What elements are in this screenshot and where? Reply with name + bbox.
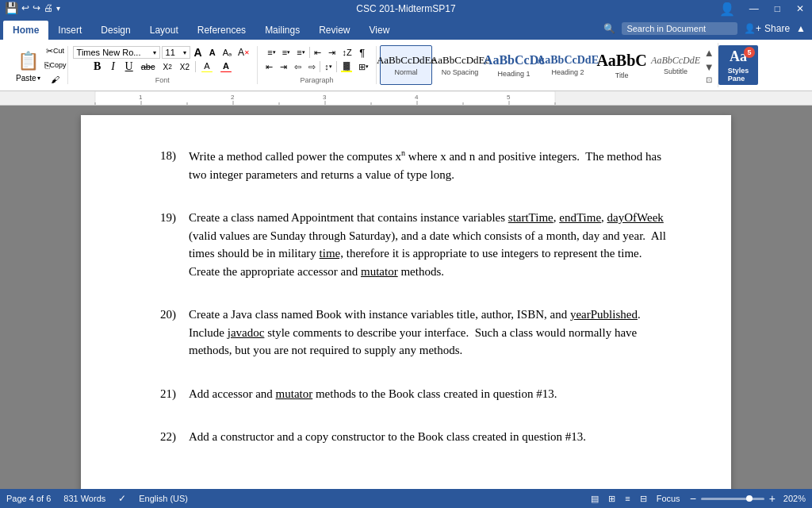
- clear-format-button[interactable]: A✕: [236, 46, 252, 59]
- style-normal[interactable]: AaBbCcDdEe Normal: [380, 45, 432, 85]
- superscript-button[interactable]: X2: [178, 60, 192, 73]
- maximize-btn[interactable]: □: [767, 0, 788, 17]
- zoom-plus-btn[interactable]: +: [769, 492, 776, 495]
- spelling-check-icon[interactable]: ✓: [118, 493, 126, 495]
- ribbon-collapse-btn[interactable]: ▲: [796, 23, 806, 34]
- svg-text:5: 5: [507, 94, 511, 101]
- question-19: 19) Create a class named Appointment tha…: [144, 209, 668, 280]
- font-name-selector[interactable]: Times New Ro... ▾: [73, 46, 160, 59]
- question-number-19: 19): [144, 209, 176, 280]
- save-icon[interactable]: 💾: [5, 2, 18, 14]
- layout-icon-4[interactable]: ⊟: [640, 494, 647, 495]
- paste-label: Paste: [16, 74, 36, 83]
- user-icon[interactable]: 👤: [713, 0, 741, 17]
- language[interactable]: English (US): [139, 494, 188, 495]
- question-body-19[interactable]: Create a class named Appointment that co…: [189, 209, 668, 280]
- strikethrough-button[interactable]: abc: [139, 60, 158, 73]
- question-body-20[interactable]: Create a Java class named Book with inst…: [189, 306, 668, 360]
- multilevel-button[interactable]: ≡▾: [294, 46, 307, 59]
- underline-button[interactable]: U: [123, 60, 136, 73]
- tab-design[interactable]: Design: [91, 21, 140, 40]
- tab-review[interactable]: Review: [309, 21, 359, 40]
- zoom-controls: − + 202%: [690, 492, 806, 495]
- print-icon[interactable]: 🖨: [44, 2, 53, 13]
- ribbon-tabs: Home Insert Design Layout References Mai…: [0, 17, 812, 40]
- font-color-button[interactable]: A: [218, 60, 234, 73]
- share-icon: 👤+: [744, 23, 761, 34]
- format-case-button[interactable]: Aₐ: [220, 46, 234, 59]
- document-title: CSC 201-MidtermSP17: [356, 3, 455, 14]
- justify-button[interactable]: ⇨: [305, 60, 318, 73]
- zoom-minus-btn[interactable]: −: [690, 492, 696, 495]
- svg-text:2: 2: [231, 94, 235, 101]
- share-label: Share: [764, 23, 790, 34]
- highlight-color-button[interactable]: A: [199, 60, 215, 73]
- ruler-svg: 1 2 3 4 5: [0, 91, 650, 106]
- redo-icon[interactable]: ↪: [33, 2, 40, 13]
- word-count: 831 Words: [63, 494, 105, 495]
- copy-button[interactable]: ⎘ Copy: [48, 59, 63, 71]
- borders-button[interactable]: ⊞▾: [356, 60, 371, 73]
- close-btn[interactable]: ✕: [788, 0, 812, 17]
- share-btn[interactable]: 👤+ Share: [744, 23, 790, 34]
- page[interactable]: 18) Write a method called power the comp…: [81, 115, 731, 495]
- shading-button[interactable]: ▓: [339, 60, 354, 73]
- style-subtitle[interactable]: AaBbCcDdE Subtitle: [649, 45, 702, 85]
- cut-button[interactable]: ✂ Cut: [48, 44, 63, 57]
- bullets-button[interactable]: ≡▾: [265, 46, 278, 59]
- layout-icon-2[interactable]: ⊞: [608, 494, 615, 495]
- tab-layout[interactable]: Layout: [140, 21, 188, 40]
- search-icon[interactable]: 🔍: [603, 23, 615, 34]
- minimize-btn[interactable]: —: [741, 0, 767, 17]
- undo-icon[interactable]: ↩: [21, 2, 29, 13]
- style-heading2[interactable]: AaBbCcDdE Heading 2: [542, 45, 594, 85]
- style-heading1[interactable]: AaBbCcDc Heading 1: [488, 45, 540, 85]
- font-size-dropdown[interactable]: ▾: [183, 49, 186, 56]
- layout-icon-1[interactable]: ▤: [591, 494, 599, 495]
- show-marks-button[interactable]: ¶: [356, 46, 369, 59]
- tab-home[interactable]: Home: [3, 21, 48, 40]
- decrease-indent-button[interactable]: ⇤: [312, 46, 324, 59]
- style-no-spacing[interactable]: AaBbCcDdEe No Spacing: [434, 45, 486, 85]
- para-row-2: ⇤ ⇥ ⇦ ⇨ ↕▾ ▓ ⊞▾: [262, 60, 371, 73]
- tab-view[interactable]: View: [360, 21, 400, 40]
- customize-qat[interactable]: ▾: [56, 4, 60, 13]
- sep2: [320, 61, 320, 72]
- align-center-button[interactable]: ⇥: [277, 60, 289, 73]
- font-group: Times New Ro... ▾ 11 ▾ A A Aₐ A✕ B I U a…: [68, 46, 258, 84]
- align-right-button[interactable]: ⇦: [291, 60, 304, 73]
- paste-dropdown-icon[interactable]: ▾: [37, 75, 40, 82]
- zoom-level[interactable]: 202%: [780, 494, 806, 495]
- grow-font-button[interactable]: A: [192, 46, 205, 59]
- question-number-18: 18): [144, 147, 176, 183]
- tab-mailings[interactable]: Mailings: [255, 21, 309, 40]
- font-size-selector[interactable]: 11 ▾: [162, 46, 190, 59]
- tab-references[interactable]: References: [188, 21, 255, 40]
- format-painter-button[interactable]: 🖌: [48, 73, 63, 86]
- shrink-font-button[interactable]: A: [206, 46, 219, 59]
- window-controls[interactable]: 👤 — □ ✕: [713, 0, 812, 17]
- tab-insert[interactable]: Insert: [48, 21, 91, 40]
- styles-scroll-up[interactable]: ▲: [703, 47, 714, 60]
- document-area: 18) Write a method called power the comp…: [0, 106, 812, 495]
- style-title[interactable]: AaBbC Title: [596, 45, 648, 85]
- line-spacing-button[interactable]: ↕▾: [322, 60, 335, 73]
- bold-button[interactable]: B: [91, 60, 104, 73]
- styles-scroll-down[interactable]: ▼: [703, 61, 714, 74]
- italic-button[interactable]: I: [107, 60, 120, 73]
- paste-button[interactable]: 📋 Paste ▾: [10, 46, 47, 84]
- layout-icon-3[interactable]: ≡: [625, 494, 630, 495]
- search-box[interactable]: Search in Document: [622, 22, 737, 35]
- align-left-button[interactable]: ⇤: [262, 60, 275, 73]
- subscript-button[interactable]: X2: [160, 60, 174, 73]
- question-body-21[interactable]: Add accessor and mutator methods to the …: [189, 385, 668, 403]
- focus-mode[interactable]: Focus: [657, 494, 680, 495]
- numbering-button[interactable]: ≡▾: [280, 46, 293, 59]
- question-body-22[interactable]: Add a constructor and a copy constructor…: [189, 428, 668, 446]
- sort-button[interactable]: ↕Z: [340, 46, 354, 59]
- styles-more-btn[interactable]: ⊡: [703, 75, 714, 84]
- styles-pane-button[interactable]: 5 Aa StylesPane: [718, 45, 758, 85]
- question-body-18[interactable]: Write a method called power the computes…: [189, 147, 668, 183]
- increase-indent-button[interactable]: ⇥: [326, 46, 339, 59]
- font-name-dropdown[interactable]: ▾: [153, 49, 156, 56]
